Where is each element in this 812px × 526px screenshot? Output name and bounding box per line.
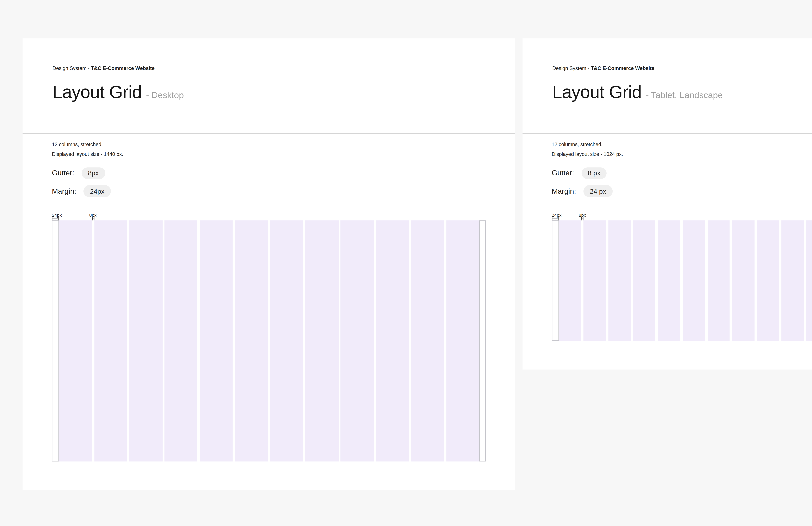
grid-column — [707, 220, 730, 341]
margin-measure-bracket — [52, 217, 59, 220]
grid-column — [584, 220, 606, 341]
columns-container — [559, 220, 812, 341]
grid-column — [164, 220, 198, 462]
margin-row: Margin: 24px — [52, 185, 486, 197]
grid-column — [411, 220, 444, 462]
card-body: 12 columns, stretched. Displayed layout … — [522, 134, 812, 370]
margin-row: Margin: 24 px — [552, 185, 812, 197]
grid-column — [270, 220, 303, 462]
margin-value-chip: 24px — [84, 185, 111, 197]
grid-column — [200, 220, 233, 462]
grid-visualization: 24px 8px — [52, 202, 486, 462]
gutter-measure-bracket — [92, 217, 94, 220]
gutter-row: Gutter: 8 px — [552, 167, 812, 179]
breadcrumb: Design System - T&C E-Commerce Website — [552, 65, 812, 72]
grid-column — [94, 220, 127, 462]
gutter-annotation-label: 8px — [89, 213, 97, 218]
page-title: Layout Grid — [552, 82, 642, 102]
grid-column — [376, 220, 409, 462]
breadcrumb-prefix: Design System - — [53, 65, 91, 71]
grid-column — [757, 220, 779, 341]
column-grid — [552, 220, 812, 341]
margin-column-right — [479, 220, 486, 462]
margin-label: Margin: — [552, 187, 576, 195]
page-title: Layout Grid — [53, 82, 142, 102]
grid-column — [806, 220, 812, 341]
margin-label: Margin: — [52, 187, 76, 195]
grid-column — [59, 220, 92, 462]
gutter-value-chip: 8px — [82, 167, 105, 179]
grid-column — [235, 220, 268, 462]
gutter-measure-bracket — [581, 217, 584, 220]
columns-container — [59, 220, 479, 462]
gutter-label: Gutter: — [52, 169, 74, 177]
grid-annotations: 24px 8px — [552, 202, 812, 220]
card-header: Design System - T&C E-Commerce Website L… — [522, 39, 812, 133]
grid-column — [658, 220, 680, 341]
margin-annotation-label: 24px — [52, 213, 62, 218]
breadcrumb-prefix: Design System - — [552, 65, 591, 71]
title-row: Layout Grid - Desktop — [53, 82, 485, 102]
title-row: Layout Grid - Tablet, Landscape — [552, 82, 812, 102]
gutter-annotation-label: 8px — [579, 213, 586, 218]
canvas: Design System - T&C E-Commerce Website L… — [0, 0, 812, 526]
card-body: 12 columns, stretched. Displayed layout … — [23, 134, 515, 490]
grid-column — [305, 220, 338, 462]
layout-grid-card-desktop: Design System - T&C E-Commerce Website L… — [23, 39, 515, 490]
margin-measure-bracket — [552, 217, 559, 220]
gutter-row: Gutter: 8px — [52, 167, 486, 179]
page-subtitle: - Desktop — [146, 90, 184, 100]
column-grid — [52, 220, 486, 462]
margin-value-chip: 24 px — [583, 185, 612, 197]
grid-column — [559, 220, 581, 341]
breadcrumb: Design System - T&C E-Commerce Website — [53, 65, 485, 72]
gutter-value-chip: 8 px — [581, 167, 607, 179]
grid-column — [340, 220, 374, 462]
info-layout-size: Displayed layout size - 1024 px. — [552, 151, 812, 158]
margin-column-left — [52, 220, 59, 462]
margin-annotation-label: 24px — [552, 213, 562, 218]
layout-grid-card-tablet: Design System - T&C E-Commerce Website L… — [522, 39, 812, 370]
breadcrumb-project: T&C E-Commerce Website — [591, 65, 654, 71]
margin-column-left — [552, 220, 559, 341]
grid-column — [782, 220, 804, 341]
grid-column — [732, 220, 754, 341]
grid-column — [683, 220, 705, 341]
grid-column — [129, 220, 162, 462]
grid-visualization: 24px 8px — [552, 202, 812, 341]
gutter-label: Gutter: — [552, 169, 574, 177]
grid-annotations: 24px 8px — [52, 202, 486, 220]
card-header: Design System - T&C E-Commerce Website L… — [23, 39, 515, 133]
breadcrumb-project: T&C E-Commerce Website — [91, 65, 155, 71]
grid-column — [446, 220, 479, 462]
info-columns: 12 columns, stretched. — [52, 142, 486, 148]
info-layout-size: Displayed layout size - 1440 px. — [52, 151, 486, 158]
page-subtitle: - Tablet, Landscape — [646, 90, 723, 100]
info-columns: 12 columns, stretched. — [552, 142, 812, 148]
grid-column — [608, 220, 630, 341]
grid-column — [633, 220, 655, 341]
